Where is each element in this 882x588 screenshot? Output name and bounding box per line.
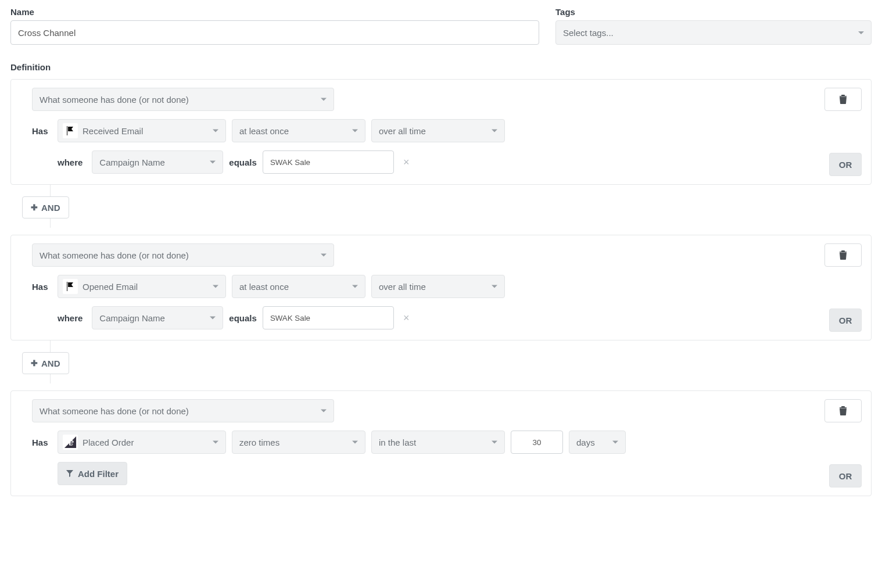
or-button[interactable]: OR [829, 309, 862, 332]
filter-property-dropdown[interactable]: Campaign Name [92, 306, 223, 329]
tags-select[interactable]: Select tags... [555, 20, 872, 45]
add-and-button[interactable]: ✚AND [22, 352, 69, 374]
has-label: Has [32, 438, 52, 447]
tags-placeholder: Select tags... [563, 28, 614, 38]
condition-type-dropdown[interactable]: What someone has done (or not done) [32, 243, 334, 267]
chevron-down-icon [352, 441, 358, 444]
chevron-down-icon [321, 98, 327, 101]
or-button[interactable]: OR [829, 464, 862, 487]
chevron-down-icon [492, 130, 497, 132]
action-dropdown[interactable]: Placed Order [58, 431, 226, 454]
remove-filter-button[interactable]: × [400, 156, 413, 168]
filter-value-input[interactable] [263, 150, 394, 174]
where-label: where [58, 313, 83, 323]
condition-card: What someone has done (or not done) Has … [10, 390, 872, 496]
where-label: where [58, 157, 83, 167]
delete-condition-button[interactable] [824, 243, 862, 267]
bigcommerce-icon [63, 435, 78, 450]
condition-card: What someone has done (or not done) Has … [10, 79, 872, 185]
frequency-dropdown[interactable]: at least once [232, 275, 365, 298]
trash-icon [839, 250, 847, 260]
add-filter-button[interactable]: Add Filter [58, 462, 127, 485]
chevron-down-icon [321, 254, 327, 257]
chevron-down-icon [352, 130, 358, 132]
has-label: Has [32, 282, 52, 292]
flag-icon [63, 123, 78, 138]
trash-icon [839, 95, 847, 104]
frequency-dropdown[interactable]: at least once [232, 119, 365, 142]
name-input[interactable] [10, 20, 539, 45]
definition-label: Definition [10, 62, 872, 72]
chevron-down-icon [858, 31, 864, 34]
chevron-down-icon [213, 285, 218, 288]
chevron-down-icon [492, 441, 497, 444]
equals-label: equals [229, 313, 257, 323]
chevron-down-icon [612, 441, 618, 444]
trash-icon [839, 406, 847, 415]
tags-label: Tags [555, 7, 872, 17]
chevron-down-icon [352, 285, 358, 288]
timeframe-dropdown[interactable]: over all time [371, 119, 505, 142]
condition-type-dropdown[interactable]: What someone has done (or not done) [32, 399, 334, 422]
condition-type-dropdown[interactable]: What someone has done (or not done) [32, 88, 334, 111]
frequency-dropdown[interactable]: zero times [232, 431, 365, 454]
chevron-down-icon [210, 161, 216, 164]
add-and-button[interactable]: ✚AND [22, 196, 69, 218]
funnel-icon [66, 470, 73, 477]
condition-card: What someone has done (or not done) Has … [10, 235, 872, 340]
delete-condition-button[interactable] [824, 399, 862, 422]
plus-icon: ✚ [31, 203, 38, 212]
name-label: Name [10, 7, 539, 17]
has-label: Has [32, 126, 52, 136]
chevron-down-icon [321, 410, 327, 413]
filter-value-input[interactable] [263, 306, 394, 329]
filter-property-dropdown[interactable]: Campaign Name [92, 150, 223, 174]
flag-icon [63, 279, 78, 294]
timeframe-unit-dropdown[interactable]: days [569, 431, 626, 454]
timeframe-dropdown[interactable]: in the last [371, 431, 505, 454]
chevron-down-icon [492, 285, 497, 288]
action-dropdown[interactable]: Opened Email [58, 275, 226, 298]
or-button[interactable]: OR [829, 153, 862, 176]
action-dropdown[interactable]: Received Email [58, 119, 226, 142]
equals-label: equals [229, 157, 257, 167]
plus-icon: ✚ [31, 358, 38, 368]
chevron-down-icon [213, 130, 218, 132]
chevron-down-icon [213, 441, 218, 444]
delete-condition-button[interactable] [824, 88, 862, 111]
chevron-down-icon [210, 317, 216, 320]
timeframe-dropdown[interactable]: over all time [371, 275, 505, 298]
remove-filter-button[interactable]: × [400, 312, 413, 324]
timeframe-amount-input[interactable] [511, 431, 563, 454]
